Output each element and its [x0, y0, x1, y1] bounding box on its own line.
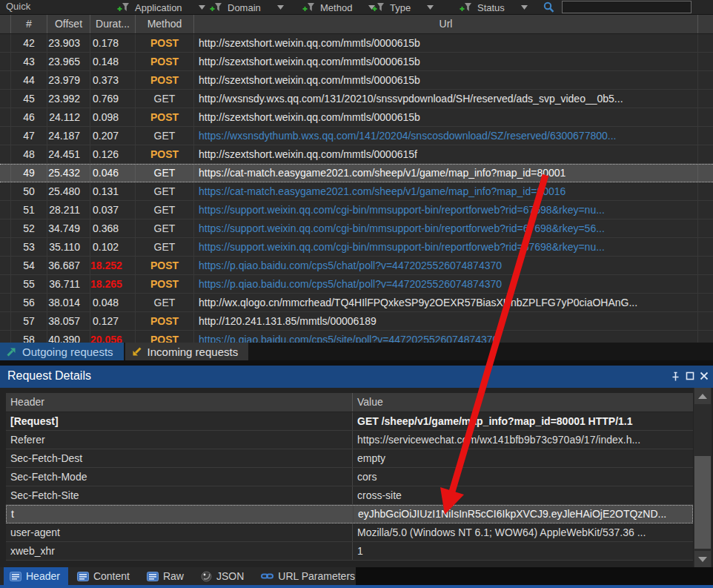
- header-row[interactable]: [Request] GET /sheep/v1/game/map_info?ma…: [6, 412, 693, 431]
- request-row[interactable]: 49 25.432 0.046 GET https://cat-match.ea…: [0, 164, 713, 182]
- row-end-cell: [698, 34, 713, 52]
- header-name: t: [7, 506, 354, 523]
- row-icon-cell: [0, 145, 11, 163]
- filter-dropdown[interactable]: Type: [372, 1, 434, 14]
- column-header-method[interactable]: Method: [136, 15, 194, 33]
- filter-dropdown[interactable]: Method: [302, 1, 375, 14]
- request-row[interactable]: 51 28.211 0.037 GET https://support.weix…: [0, 201, 713, 219]
- json-icon: [201, 571, 212, 582]
- request-row[interactable]: 53 35.110 0.102 GET https://support.weix…: [0, 238, 713, 257]
- header-name: Referer: [6, 431, 353, 449]
- request-row[interactable]: 48 24.451 0.126 POST http://szextshort.w…: [0, 145, 713, 164]
- request-row[interactable]: 42 23.903 0.178 POST http://szextshort.w…: [0, 34, 713, 53]
- request-row[interactable]: 47 24.187 0.207 GET https://wxsnsdythumb…: [0, 127, 713, 145]
- request-url: https://support.weixin.qq.com/cgi-bin/mm…: [194, 238, 698, 256]
- request-number: 55: [11, 275, 47, 293]
- request-duration: 0.373: [90, 71, 136, 89]
- filter-label: Status: [477, 2, 505, 13]
- header-row[interactable]: Sec-Fetch-Site cross-site: [6, 486, 693, 505]
- header-row[interactable]: Sec-Fetch-Mode cors: [6, 468, 693, 486]
- request-offset: 23.979: [47, 71, 90, 89]
- header-row[interactable]: Sec-Fetch-Dest empty: [6, 449, 693, 468]
- request-row[interactable]: 54 36.687 18.252 POST https://p.qiao.bai…: [0, 257, 713, 275]
- maximize-icon[interactable]: [686, 371, 694, 380]
- request-row[interactable]: 43 23.965 0.148 POST http://szextshort.w…: [0, 53, 713, 71]
- scroll-down-button[interactable]: [694, 551, 711, 567]
- header-row[interactable]: Referer https://servicewechat.com/wx141b…: [6, 431, 693, 449]
- view-tab-label: Raw: [163, 570, 184, 582]
- view-tab[interactable]: Content: [71, 567, 138, 585]
- search-icon[interactable]: [543, 1, 554, 16]
- stream-tab[interactable]: Incoming requests: [125, 343, 249, 360]
- request-number: 47: [11, 127, 47, 145]
- request-row[interactable]: 57 38.057 0.127 POST http://120.241.131.…: [0, 312, 713, 331]
- column-header-number[interactable]: #: [11, 15, 47, 33]
- request-duration: 0.037: [90, 201, 136, 219]
- filter-dropdown[interactable]: Application: [117, 1, 205, 14]
- request-row[interactable]: 46 24.112 0.098 POST http://szextshort.w…: [0, 108, 713, 127]
- column-header-url[interactable]: Url: [194, 15, 698, 33]
- filter-label: Type: [390, 2, 411, 13]
- close-icon[interactable]: [700, 371, 709, 380]
- request-url: http://szextshort.weixin.qq.com/mmtls/00…: [194, 108, 698, 126]
- request-offset: 38.057: [47, 312, 90, 330]
- scrollbar-thumb[interactable]: [694, 456, 711, 549]
- header-value: cross-site: [353, 486, 693, 504]
- scroll-up-button[interactable]: [694, 388, 711, 404]
- request-details-panel: Request Details Header Value [Request] G…: [0, 366, 713, 567]
- header-value: GET /sheep/v1/game/map_info?map_id=80001…: [353, 412, 693, 430]
- header-value: https://servicewechat.com/wx141bfb9b73c9…: [353, 431, 693, 449]
- stream-tab[interactable]: Outgoing requests: [0, 343, 124, 360]
- column-header-duration[interactable]: Durat...: [90, 15, 136, 33]
- search-input[interactable]: [562, 1, 692, 13]
- request-method: GET: [136, 182, 194, 200]
- request-method: POST: [136, 312, 194, 330]
- header-row[interactable]: user-agent Mozilla/5.0 (Windows NT 6.1; …: [6, 523, 693, 542]
- request-method: POST: [136, 275, 194, 293]
- request-duration: 0.178: [90, 34, 136, 52]
- details-column-header[interactable]: Header: [6, 393, 353, 412]
- request-row[interactable]: 44 23.979 0.373 POST http://szextshort.w…: [0, 71, 713, 90]
- chevron-down-icon: [521, 5, 528, 10]
- request-number: 51: [11, 201, 47, 219]
- header-row[interactable]: xweb_xhr 1: [6, 542, 693, 561]
- header-name: [Request]: [6, 412, 353, 430]
- row-icon-cell: [0, 294, 11, 311]
- header-name: Sec-Fetch-Site: [6, 486, 353, 504]
- request-row[interactable]: 56 38.014 0.048 GET http://wx.qlogo.cn/m…: [0, 294, 713, 312]
- request-row[interactable]: 58 40.390 20.056 POST https://p.qiao.bai…: [0, 331, 713, 343]
- chevron-down-icon: [199, 5, 205, 10]
- row-icon-cell: [0, 53, 11, 70]
- details-column-value[interactable]: Value: [353, 393, 693, 412]
- request-row[interactable]: 52 34.749 0.368 GET https://support.weix…: [0, 219, 713, 238]
- stream-tab-label: Incoming requests: [147, 346, 239, 358]
- filter-dropdown[interactable]: Status: [460, 1, 528, 14]
- view-tab[interactable]: JSON: [195, 567, 252, 585]
- column-header-offset[interactable]: Offset: [47, 15, 90, 33]
- request-row[interactable]: 50 25.480 0.131 GET https://cat-match.ea…: [0, 182, 713, 201]
- view-tab[interactable]: Raw: [141, 567, 192, 585]
- column-header-spacer: [698, 15, 713, 33]
- request-row[interactable]: 45 23.992 0.769 GET http://wxsnsdy.wxs.q…: [0, 90, 713, 108]
- header-row[interactable]: t eyJhbGciOiJIUzI1NiIsInR5cCI6IkpXVCJ9.e…: [6, 505, 693, 523]
- row-icon-cell: [0, 108, 11, 126]
- request-number: 53: [11, 238, 47, 256]
- request-offset: 24.187: [47, 127, 90, 145]
- request-offset: 28.211: [47, 201, 90, 219]
- quick-filter-label[interactable]: Quick: [6, 1, 30, 12]
- request-method: GET: [136, 165, 194, 182]
- request-duration: 20.056: [90, 331, 136, 343]
- request-row[interactable]: 55 36.711 18.265 POST https://p.qiao.bai…: [0, 275, 713, 294]
- request-number: 43: [11, 53, 47, 70]
- request-number: 46: [11, 108, 47, 126]
- filter-add-icon: [210, 2, 222, 13]
- request-number: 45: [11, 90, 47, 108]
- filter-dropdown[interactable]: Domain: [210, 1, 284, 14]
- request-number: 48: [11, 145, 47, 163]
- request-offset: 34.749: [47, 219, 90, 237]
- pin-icon[interactable]: [671, 371, 680, 382]
- request-duration: 0.131: [90, 182, 136, 200]
- view-tab[interactable]: Header: [4, 567, 68, 585]
- view-tab[interactable]: URL Parameters: [255, 567, 363, 585]
- request-duration: 0.048: [90, 294, 136, 311]
